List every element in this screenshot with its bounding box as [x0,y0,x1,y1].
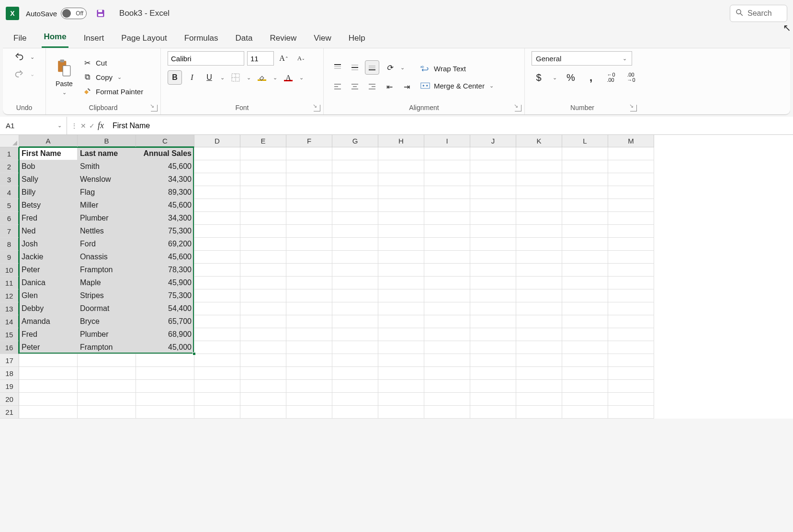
row-header-13[interactable]: 13 [0,302,19,315]
col-header-K[interactable]: K [516,135,562,147]
italic-button[interactable]: I [185,70,199,85]
cell-D4[interactable] [194,186,240,199]
cell-J17[interactable] [470,354,516,367]
cell-G21[interactable] [332,406,378,419]
formula-more-icon[interactable]: ⋮ [71,122,78,130]
cell-K2[interactable] [516,160,562,173]
cell-I7[interactable] [424,225,470,238]
cell-F12[interactable] [286,289,332,302]
cell-E7[interactable] [240,225,286,238]
cell-I10[interactable] [424,264,470,277]
cell-G17[interactable] [332,354,378,367]
cell-J5[interactable] [470,199,516,212]
align-bottom-button[interactable] [365,60,379,75]
tab-data[interactable]: Data [234,30,255,48]
cell-D19[interactable] [194,380,240,393]
cell-C12[interactable]: 75,300 [136,289,194,302]
cell-J14[interactable] [470,315,516,328]
cell-M8[interactable] [608,238,654,251]
cell-M4[interactable] [608,186,654,199]
cell-E18[interactable] [240,367,286,380]
row-header-9[interactable]: 9 [0,251,19,264]
cell-K8[interactable] [516,238,562,251]
row-header-8[interactable]: 8 [0,238,19,251]
cell-I2[interactable] [424,160,470,173]
align-center-button[interactable] [348,79,362,94]
cell-A7[interactable]: Ned [19,225,78,238]
col-header-M[interactable]: M [608,135,654,147]
cell-K9[interactable] [516,251,562,264]
cell-H11[interactable] [378,277,424,289]
cut-button[interactable]: ✂ Cut [80,57,145,68]
dialog-launcher-icon[interactable] [630,105,637,111]
col-header-D[interactable]: D [194,135,240,147]
cell-C8[interactable]: 69,200 [136,238,194,251]
cells-area[interactable]: First NameLast nameAnnual SalesBobSmith4… [19,147,654,419]
cell-G14[interactable] [332,315,378,328]
cell-D20[interactable] [194,393,240,406]
row-header-16[interactable]: 16 [0,341,19,354]
col-header-F[interactable]: F [286,135,332,147]
select-all-corner[interactable] [0,135,19,147]
cell-K13[interactable] [516,302,562,315]
increase-font-button[interactable]: A⌃ [277,51,291,66]
cell-C21[interactable] [136,406,194,419]
cell-L19[interactable] [562,380,608,393]
cell-L6[interactable] [562,212,608,225]
cell-H12[interactable] [378,289,424,302]
cell-F9[interactable] [286,251,332,264]
cell-F10[interactable] [286,264,332,277]
cell-I8[interactable] [424,238,470,251]
cell-C10[interactable]: 78,300 [136,264,194,277]
cell-E10[interactable] [240,264,286,277]
cell-M10[interactable] [608,264,654,277]
cell-A20[interactable] [19,393,78,406]
cell-I13[interactable] [424,302,470,315]
decrease-font-button[interactable]: A⌄ [294,51,308,66]
font-color-button[interactable]: A [281,70,295,85]
cell-H6[interactable] [378,212,424,225]
cell-H8[interactable] [378,238,424,251]
cell-J16[interactable] [470,341,516,354]
cell-E4[interactable] [240,186,286,199]
cell-L17[interactable] [562,354,608,367]
row-header-1[interactable]: 1 [0,147,19,160]
cell-G16[interactable] [332,341,378,354]
cell-K3[interactable] [516,173,562,186]
cell-F20[interactable] [286,393,332,406]
cell-F8[interactable] [286,238,332,251]
cell-G11[interactable] [332,277,378,289]
cell-I17[interactable] [424,354,470,367]
cell-J10[interactable] [470,264,516,277]
paste-button[interactable]: Paste ⌄ [53,57,76,98]
cell-A17[interactable] [19,354,78,367]
cell-L21[interactable] [562,406,608,419]
cell-I14[interactable] [424,315,470,328]
cell-L8[interactable] [562,238,608,251]
cell-L9[interactable] [562,251,608,264]
tab-review[interactable]: Review [268,30,298,48]
name-box[interactable]: A1 ⌄ [0,117,67,134]
cell-L16[interactable] [562,341,608,354]
font-name-input[interactable] [168,51,244,66]
cell-H18[interactable] [378,367,424,380]
row-header-18[interactable]: 18 [0,367,19,380]
cell-A18[interactable] [19,367,78,380]
cell-E11[interactable] [240,277,286,289]
cell-C15[interactable]: 68,900 [136,328,194,341]
cell-K14[interactable] [516,315,562,328]
row-header-6[interactable]: 6 [0,212,19,225]
cell-C18[interactable] [136,367,194,380]
underline-button[interactable]: U [202,70,216,85]
cell-G19[interactable] [332,380,378,393]
cell-F17[interactable] [286,354,332,367]
cell-C9[interactable]: 45,600 [136,251,194,264]
cell-H2[interactable] [378,160,424,173]
cell-M2[interactable] [608,160,654,173]
cell-B8[interactable]: Ford [78,238,136,251]
cell-F21[interactable] [286,406,332,419]
cell-C13[interactable]: 54,400 [136,302,194,315]
format-painter-button[interactable]: Format Painter [80,86,145,97]
col-header-C[interactable]: C [136,135,194,147]
tab-home[interactable]: Home [42,28,68,48]
